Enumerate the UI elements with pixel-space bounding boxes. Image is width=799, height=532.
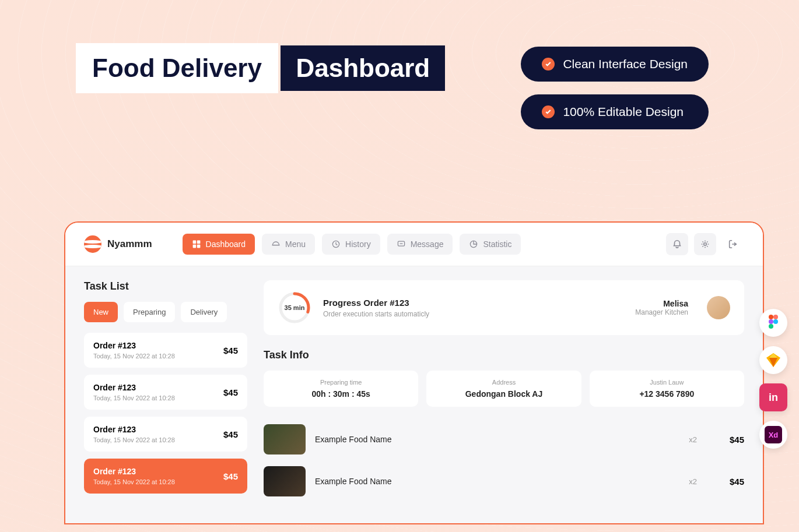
- pill-clean-interface: Clean Interface Design: [521, 47, 709, 82]
- info-card-customer: Justin Lauw +12 3456 7890: [590, 371, 744, 407]
- order-title: Order #123: [93, 383, 175, 392]
- svg-text:Xd: Xd: [769, 431, 779, 439]
- svg-rect-1: [197, 241, 200, 244]
- check-icon: [542, 58, 555, 71]
- topbar: Nyammm Dashboard Menu History Message St…: [65, 223, 763, 266]
- order-card-active[interactable]: Order #123Today, 15 Nov 2022 at 10:28 $4…: [84, 459, 247, 494]
- nav-message[interactable]: Message: [387, 234, 453, 255]
- svg-point-14: [769, 324, 773, 329]
- svg-point-7: [704, 243, 707, 246]
- progress-title: Progress Order #123: [323, 298, 623, 308]
- nav-label: History: [345, 239, 371, 249]
- svg-point-12: [769, 319, 773, 324]
- food-name: Example Food Name: [315, 435, 679, 444]
- design-tool-badges: in Xd: [759, 309, 787, 449]
- order-meta: Today, 15 Nov 2022 at 10:28: [93, 394, 175, 401]
- nav-label: Dashboard: [206, 239, 246, 249]
- svg-point-11: [773, 315, 778, 319]
- manager-name: Melisa: [635, 299, 688, 308]
- notification-button[interactable]: [666, 233, 688, 255]
- nav-label: Statistic: [483, 239, 511, 249]
- info-value: 00h : 30m : 45s: [272, 389, 410, 399]
- logout-button[interactable]: [722, 233, 744, 255]
- food-image: [264, 466, 306, 496]
- order-title: Order #123: [93, 467, 175, 476]
- info-value: Gedongan Block AJ: [434, 389, 573, 399]
- manager-role: Manager Kitchen: [635, 308, 688, 316]
- order-card[interactable]: Order #123Today, 15 Nov 2022 at 10:28 $4…: [84, 375, 247, 410]
- nav-label: Message: [411, 239, 444, 249]
- hero-banner: Food Delivery Dashboard: [76, 41, 445, 93]
- food-item-row: Example Food Name x2 $45: [264, 418, 744, 460]
- order-meta: Today, 15 Nov 2022 at 10:28: [93, 478, 175, 485]
- check-icon: [542, 105, 555, 118]
- settings-button[interactable]: [694, 233, 716, 255]
- manager-avatar[interactable]: [707, 296, 730, 319]
- brand-logo[interactable]: Nyammm: [84, 235, 152, 253]
- pill-editable: 100% Editable Design: [521, 94, 709, 129]
- svg-rect-0: [192, 241, 196, 244]
- pill-label: Clean Interface Design: [563, 57, 688, 71]
- nav-history[interactable]: History: [322, 234, 380, 255]
- food-quantity: x2: [689, 477, 697, 486]
- nav-menu[interactable]: Menu: [262, 234, 315, 255]
- feature-pills: Clean Interface Design 100% Editable Des…: [521, 47, 709, 129]
- sketch-icon: [759, 346, 787, 374]
- logo-icon: [84, 235, 101, 253]
- food-price: $45: [730, 477, 744, 487]
- info-card-address: Address Gedongan Block AJ: [426, 371, 581, 407]
- order-price: $45: [223, 387, 238, 397]
- order-card[interactable]: Order #123Today, 15 Nov 2022 at 10:28 $4…: [84, 333, 247, 368]
- order-meta: Today, 15 Nov 2022 at 10:28: [93, 436, 175, 443]
- svg-point-13: [773, 319, 778, 324]
- svg-rect-3: [197, 245, 200, 248]
- progress-circle: 35 min: [278, 291, 311, 325]
- tab-preparing[interactable]: Preparing: [124, 302, 175, 322]
- task-info-title: Task Info: [264, 349, 744, 361]
- brand-name: Nyammm: [107, 238, 152, 250]
- task-list-title: Task List: [84, 280, 247, 293]
- pill-label: 100% Editable Design: [563, 105, 684, 119]
- tab-new[interactable]: New: [84, 302, 118, 322]
- hero-title-2: Dashboard: [296, 54, 430, 83]
- task-list-panel: Task List New Preparing Delivery Order #…: [84, 280, 247, 502]
- nav-label: Menu: [285, 239, 306, 249]
- info-label: Address: [434, 379, 573, 386]
- hero-title-1: Food Delivery: [92, 54, 262, 83]
- xd-icon: Xd: [759, 421, 787, 449]
- info-value: +12 3456 7890: [598, 389, 736, 399]
- progress-card: 35 min Progress Order #123 Order executi…: [264, 280, 744, 335]
- invision-icon: in: [759, 383, 787, 411]
- order-price: $45: [223, 346, 238, 355]
- food-item-row: Example Food Name x2 $45: [264, 460, 744, 502]
- food-image: [264, 424, 306, 455]
- order-meta: Today, 15 Nov 2022 at 10:28: [93, 353, 175, 360]
- figma-icon: [759, 309, 787, 337]
- info-card-time: Preparing time 00h : 30m : 45s: [264, 371, 418, 407]
- order-card[interactable]: Order #123Today, 15 Nov 2022 at 10:28 $4…: [84, 417, 247, 452]
- task-info-section: Task Info Preparing time 00h : 30m : 45s…: [264, 349, 744, 502]
- food-price: $45: [730, 435, 744, 445]
- dashboard-frame: Nyammm Dashboard Menu History Message St…: [64, 221, 764, 524]
- food-quantity: x2: [689, 435, 697, 444]
- task-tabs: New Preparing Delivery: [84, 302, 247, 322]
- order-title: Order #123: [93, 341, 175, 350]
- tab-delivery[interactable]: Delivery: [181, 302, 227, 322]
- food-name: Example Food Name: [315, 477, 679, 486]
- nav-dashboard[interactable]: Dashboard: [183, 234, 255, 255]
- order-price: $45: [223, 471, 238, 481]
- order-title: Order #123: [93, 425, 175, 434]
- nav-statistic[interactable]: Statistic: [460, 234, 521, 255]
- info-label: Justin Lauw: [598, 379, 736, 386]
- svg-point-10: [769, 315, 773, 319]
- svg-rect-2: [192, 245, 196, 248]
- progress-time: 35 min: [278, 291, 311, 325]
- progress-subtitle: Order execution starts automaticly: [323, 310, 623, 318]
- order-price: $45: [223, 429, 238, 439]
- info-label: Preparing time: [272, 379, 410, 386]
